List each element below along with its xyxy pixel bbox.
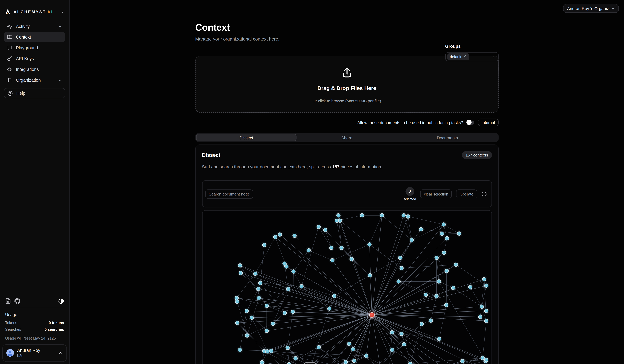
sidebar-item-api-keys[interactable]: API Keys bbox=[4, 53, 65, 64]
main-area: Anuran Roy 's Organiza Context Manage yo… bbox=[70, 0, 624, 364]
sidebar-item-label: Integrations bbox=[16, 67, 39, 72]
visibility-question: Allow these documents to be used in publ… bbox=[357, 120, 463, 125]
book-open-icon bbox=[7, 34, 12, 40]
contexts-count-badge: 157 contexts bbox=[462, 151, 492, 159]
chevron-down-icon bbox=[58, 24, 62, 28]
upload-icon bbox=[340, 65, 354, 79]
file-dropzone[interactable]: Drag & Drop Files Here Or click to brows… bbox=[195, 56, 498, 113]
dissect-description: Surf and search through your document co… bbox=[202, 164, 492, 169]
theme-contrast-toggle[interactable] bbox=[58, 298, 64, 304]
chevron-up-icon bbox=[58, 351, 63, 355]
user-plan: b2c bbox=[17, 353, 40, 358]
search-input[interactable] bbox=[205, 189, 253, 198]
content-column: Context Manage your organizational conte… bbox=[195, 22, 498, 364]
hub-node bbox=[369, 312, 374, 317]
chevron-down-icon bbox=[611, 6, 615, 10]
sidebar-item-label: Context bbox=[16, 35, 31, 39]
sidebar-item-label: API Keys bbox=[16, 56, 34, 61]
sidebar-item-activity[interactable]: Activity bbox=[4, 21, 65, 31]
selected-count: 0 bbox=[405, 187, 414, 196]
help-icon bbox=[8, 91, 13, 96]
selection-counter: 0 selected bbox=[403, 187, 416, 201]
toggle-knob bbox=[467, 120, 472, 125]
sidebar-item-context[interactable]: Context bbox=[4, 32, 65, 42]
docs-file-code-icon[interactable] bbox=[5, 298, 11, 304]
sidebar-item-organization[interactable]: Organization bbox=[4, 75, 65, 85]
puzzle-icon bbox=[7, 67, 12, 72]
dropzone-hint: Or click to browse (Max 50 MB per file) bbox=[312, 99, 381, 103]
clear-selection-button[interactable]: clear selection bbox=[420, 189, 452, 198]
brand-name: ALCHEMYSTAI bbox=[14, 10, 53, 14]
sidebar-item-integrations[interactable]: Integrations bbox=[4, 64, 65, 74]
divider bbox=[4, 308, 65, 308]
tab-dissect[interactable]: Dissect bbox=[196, 134, 297, 141]
sidebar-item-label: Organization bbox=[16, 78, 41, 82]
graph-overlay-pill bbox=[304, 363, 316, 364]
chevron-left-icon bbox=[60, 10, 64, 14]
sidebar-item-playground[interactable]: Playground bbox=[4, 43, 65, 53]
remove-tag-icon[interactable]: ✕ bbox=[463, 55, 466, 59]
github-icon[interactable] bbox=[14, 298, 20, 304]
info-icon[interactable] bbox=[481, 191, 487, 196]
dissect-title: Dissect bbox=[202, 152, 220, 158]
groups-label: Groups bbox=[445, 44, 498, 49]
page-subtitle: Manage your organizational context here. bbox=[195, 37, 498, 41]
caret-down-icon bbox=[491, 55, 495, 59]
usage-reset-note: Usage will reset May 24, 2125 bbox=[5, 336, 64, 340]
sidebar-item-help[interactable]: Help bbox=[4, 88, 65, 98]
groups-select[interactable]: default ✕ bbox=[445, 52, 498, 61]
avatar bbox=[6, 349, 14, 357]
visibility-row: Allow these documents to be used in publ… bbox=[195, 119, 498, 126]
tab-documents[interactable]: Documents bbox=[397, 134, 498, 141]
usage-row-searches: Searches0 searches bbox=[5, 327, 64, 332]
visibility-badge: Internal bbox=[478, 119, 498, 126]
sidebar-collapse-button[interactable] bbox=[60, 10, 64, 14]
chevron-down-icon bbox=[58, 78, 62, 82]
dissect-panel: Dissect 157 contexts Surf and search thr… bbox=[195, 145, 498, 364]
tab-share[interactable]: Share bbox=[296, 134, 397, 141]
usage-rows: Tokens0 tokensSearches0 searches bbox=[5, 320, 64, 332]
graph-toolbar: 0 selected clear selection Operate bbox=[202, 180, 492, 207]
chat-icon bbox=[7, 45, 12, 51]
activity-icon bbox=[7, 24, 12, 29]
groups-block: Groups default ✕ bbox=[445, 44, 498, 61]
app-root: ALCHEMYSTAI ActivityContextPlaygroundAPI… bbox=[0, 0, 624, 364]
sidebar-header: ALCHEMYSTAI bbox=[0, 0, 69, 15]
selected-label: selected bbox=[403, 197, 416, 201]
sidebar-menu: ActivityContextPlaygroundAPI KeysIntegra… bbox=[0, 21, 69, 85]
sidebar: ALCHEMYSTAI ActivityContextPlaygroundAPI… bbox=[0, 0, 70, 364]
public-facing-toggle[interactable] bbox=[467, 120, 474, 124]
sidebar-item-label: Help bbox=[16, 91, 25, 96]
operate-button[interactable]: Operate bbox=[456, 189, 477, 198]
sidebar-item-label: Activity bbox=[16, 24, 30, 28]
user-name: Anuran Roy bbox=[17, 348, 40, 353]
key-icon bbox=[7, 56, 12, 61]
org-selector-button[interactable]: Anuran Roy 's Organiza bbox=[563, 4, 619, 13]
context-graph[interactable] bbox=[202, 210, 492, 364]
building-icon bbox=[7, 78, 12, 82]
tab-bar: DissectShareDocuments bbox=[195, 133, 498, 142]
user-menu[interactable]: Anuran Roy b2c bbox=[2, 344, 67, 362]
usage-title: Usage bbox=[5, 312, 64, 317]
group-tag-default: default ✕ bbox=[447, 53, 469, 60]
org-selector-label: Anuran Roy 's Organiza bbox=[567, 6, 609, 11]
alchemyst-logo-icon bbox=[4, 8, 11, 15]
page-title: Context bbox=[195, 22, 498, 33]
usage-row-tokens: Tokens0 tokens bbox=[5, 320, 64, 325]
sidebar-footer: Usage Tokens0 tokensSearches0 searches U… bbox=[0, 298, 69, 364]
sidebar-item-label: Playground bbox=[16, 45, 38, 50]
dropzone-title: Drag & Drop Files Here bbox=[317, 85, 376, 91]
